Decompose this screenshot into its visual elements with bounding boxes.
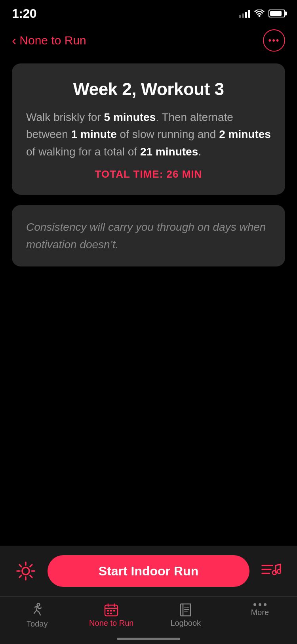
svg-line-7 xyxy=(30,575,32,577)
svg-line-6 xyxy=(19,565,21,567)
tab-logbook[interactable]: Logbook xyxy=(148,602,223,627)
tab-none-to-run-label: None to Run xyxy=(89,619,133,627)
quote-card: Consistency will carry you through on da… xyxy=(12,205,285,266)
svg-rect-25 xyxy=(107,613,109,614)
svg-line-9 xyxy=(19,575,21,577)
main-content: Week 2, Workout 3 Walk briskly for 5 min… xyxy=(0,56,297,266)
svg-rect-24 xyxy=(113,610,115,611)
wifi-icon xyxy=(254,10,265,17)
more-dots-icon xyxy=(253,603,267,606)
svg-line-8 xyxy=(30,565,32,567)
more-options-button[interactable]: ••• xyxy=(263,29,285,52)
workout-card: Week 2, Workout 3 Walk briskly for 5 min… xyxy=(12,63,285,195)
start-indoor-run-button[interactable]: Start Indoor Run xyxy=(48,555,249,587)
svg-rect-22 xyxy=(107,610,109,611)
workout-title: Week 2, Workout 3 xyxy=(26,79,271,99)
tab-more-label: More xyxy=(251,608,269,616)
back-button[interactable]: ‹ None to Run xyxy=(12,33,86,48)
workout-description: Walk briskly for 5 minutes. Then alterna… xyxy=(26,109,271,160)
settings-button[interactable] xyxy=(12,557,40,585)
status-icons xyxy=(239,9,285,18)
runner-icon xyxy=(31,603,44,617)
status-time: 1:20 xyxy=(12,6,36,21)
back-label: None to Run xyxy=(19,34,86,47)
tab-more[interactable]: More xyxy=(223,602,297,616)
book-icon xyxy=(180,603,192,617)
music-button[interactable] xyxy=(257,557,285,585)
svg-rect-23 xyxy=(110,610,112,611)
signal-icon xyxy=(239,9,250,18)
tab-today-label: Today xyxy=(27,620,48,628)
tab-today[interactable]: Today xyxy=(0,602,74,628)
calendar-icon xyxy=(104,603,118,617)
tab-none-to-run[interactable]: None to Run xyxy=(74,602,149,627)
gear-icon xyxy=(15,561,36,581)
back-arrow-icon: ‹ xyxy=(12,33,16,48)
music-icon xyxy=(261,562,281,580)
svg-point-1 xyxy=(22,567,29,575)
home-indicator xyxy=(117,638,180,640)
tab-logbook-label: Logbook xyxy=(170,619,201,627)
ellipsis-icon: ••• xyxy=(268,36,280,45)
nav-bar: ‹ None to Run ••• xyxy=(0,21,297,56)
tab-bar: Today None to Run Logbook xyxy=(0,596,297,644)
svg-rect-26 xyxy=(110,613,112,614)
svg-point-0 xyxy=(259,15,261,17)
quote-text: Consistency will carry you through on da… xyxy=(26,218,271,253)
battery-icon xyxy=(268,10,285,17)
workout-total-time: TOTAL TIME: 26 MIN xyxy=(26,168,271,180)
action-bar: Start Indoor Run xyxy=(0,546,297,596)
status-bar: 1:20 xyxy=(0,0,297,21)
svg-point-17 xyxy=(37,604,40,606)
